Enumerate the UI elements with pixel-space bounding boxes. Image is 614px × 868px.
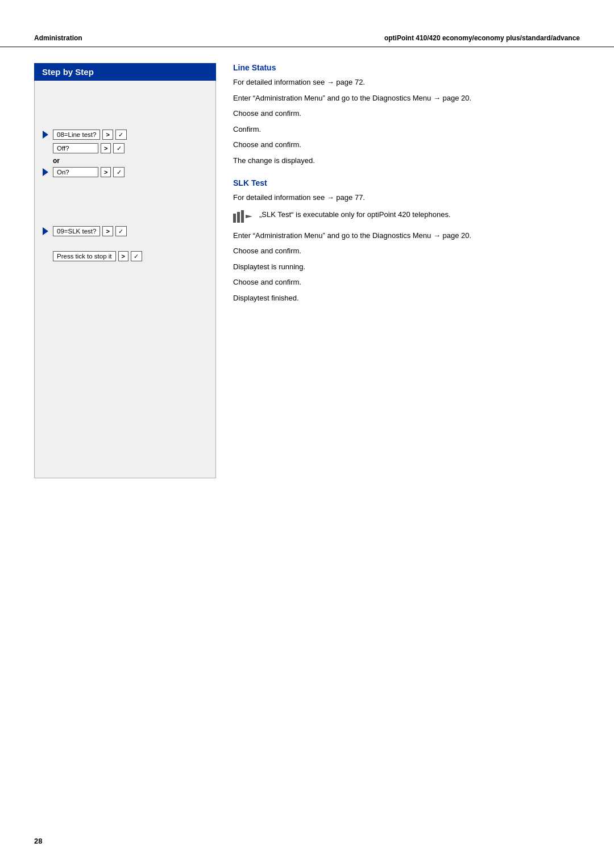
nav-arrow-slk-test (40, 226, 51, 236)
svg-rect-5 (241, 210, 244, 223)
header-right: optiPoint 410/420 economy/economy plus/s… (384, 34, 580, 42)
arrow-slk-test[interactable]: > (102, 226, 113, 236)
slk-test-para1: For detailed information see → page 77. (233, 192, 580, 203)
check-line-test[interactable]: ✓ (115, 130, 127, 140)
line-test-confirm: Choose and confirm. (233, 108, 580, 119)
check-off[interactable]: ✓ (113, 143, 125, 153)
menu-press-tick[interactable]: Press tick to stop it (53, 251, 116, 261)
svg-marker-1 (43, 168, 48, 176)
on-row: On? > ✓ (40, 167, 210, 177)
menu-on[interactable]: On? (53, 167, 98, 177)
slk-note-box: „SLK Test“ is executable only for optiPo… (233, 209, 580, 224)
step-by-step-title: Step by Step (42, 67, 94, 77)
arrow-off[interactable]: > (101, 143, 111, 153)
line-status-para1: For detailed information see → page 72. (233, 77, 580, 88)
slk-test-confirm: Choose and confirm. (233, 245, 580, 257)
displaytest-running: Displaytest is running. (233, 261, 580, 273)
page-header: Administration optiPoint 410/420 economy… (0, 34, 614, 47)
page: Administration optiPoint 410/420 economy… (0, 0, 614, 868)
arrow-line-test[interactable]: > (102, 130, 113, 140)
arrow-press-tick[interactable]: > (118, 251, 128, 261)
off-confirm: Confirm. (233, 124, 580, 135)
menu-slk-test[interactable]: 09=SLK test? (53, 226, 100, 236)
note-icon (233, 210, 254, 224)
right-panel: Line Status For detailed information see… (216, 63, 580, 478)
svg-rect-4 (237, 212, 240, 223)
check-slk-test[interactable]: ✓ (115, 226, 127, 236)
page-number: 28 (34, 837, 42, 845)
check-on[interactable]: ✓ (113, 167, 125, 177)
step-by-step-header: Step by Step (34, 63, 216, 81)
on-confirm: Choose and confirm. (233, 139, 580, 151)
nav-arrow-line-test (40, 130, 51, 140)
left-panel: Step by Step 08=Line test? > ✓ (34, 63, 216, 478)
or-label: or (53, 157, 210, 165)
line-test-row: 08=Line test? > ✓ (40, 130, 210, 140)
left-panel-body: 08=Line test? > ✓ Off? > ✓ or (34, 81, 216, 478)
header-left: Administration (34, 34, 82, 42)
main-content: Step by Step 08=Line test? > ✓ (0, 63, 614, 478)
line-status-title: Line Status (233, 63, 580, 72)
displaytest-finished: Displaytest finished. (233, 293, 580, 304)
press-tick-row: Press tick to stop it > ✓ (53, 251, 210, 261)
slk-test-title: SLK Test (233, 178, 580, 187)
menu-off[interactable]: Off? (53, 143, 98, 153)
change-displayed: The change is displayed. (233, 155, 580, 166)
svg-marker-2 (43, 227, 48, 235)
slk-test-row: 09=SLK test? > ✓ (40, 226, 210, 236)
svg-marker-0 (43, 131, 48, 139)
slk-note-text: „SLK Test“ is executable only for optiPo… (259, 209, 451, 220)
press-tick-confirm: Choose and confirm. (233, 277, 580, 288)
nav-arrow-on (40, 167, 51, 177)
arrow-on[interactable]: > (101, 167, 111, 177)
svg-marker-6 (246, 215, 252, 218)
off-row: Off? > ✓ (53, 143, 210, 153)
slk-test-para2: Enter “Administration Menu” and go to th… (233, 230, 580, 241)
svg-rect-3 (233, 214, 236, 223)
check-press-tick[interactable]: ✓ (131, 251, 142, 261)
line-status-para2: Enter “Administration Menu” and go to th… (233, 93, 580, 104)
menu-line-test[interactable]: 08=Line test? (53, 130, 100, 140)
